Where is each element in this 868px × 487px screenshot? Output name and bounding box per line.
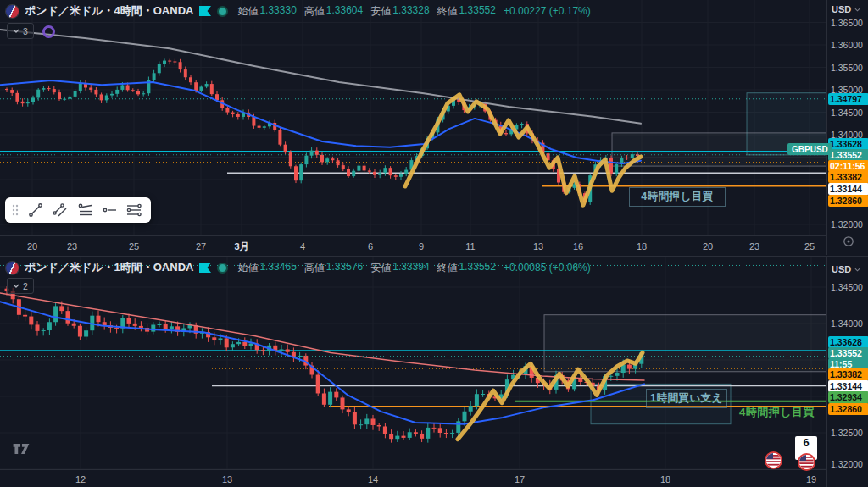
currency-selector-1h[interactable]: USD [832,264,860,274]
time-axis-label: 20 [27,241,37,252]
time-axis-label: 20 [703,241,713,252]
high-value: 1.33604 [326,4,363,19]
gbpusd-pair-icon [6,262,19,274]
currency-label: USD [832,264,851,274]
time-axis-label: 18 [660,474,670,484]
close-label: 終値 [437,4,458,19]
time-axis-label: 3月 [234,240,248,252]
high-label: 高値 [304,4,325,19]
indicators-collapse-button-4h[interactable]: 3 [7,23,34,39]
chart-annotation[interactable]: 4時間押し目買 [739,405,815,420]
axis-settings-gear-icon[interactable] [843,235,854,251]
time-axis-label: 25 [804,241,815,252]
time-axis-label: 13 [222,474,232,484]
time-axis-label: 23 [67,241,77,252]
time-axis-label: 27 [196,241,206,252]
indicators-count: 2 [23,281,28,291]
high-value: 1.33576 [326,261,363,275]
time-axis-1h[interactable]: 121314171819 [0,469,826,487]
horizontal-rays-tool-icon[interactable] [123,199,145,221]
chart-legend-1h: ポンド／米ドル・1時間・OANDA 始値1.33465 高値1.33576 安値… [6,261,591,274]
currency-label: USD [832,4,851,14]
price-axis-label: 1.34500 [831,282,863,292]
price-badge: 1.33552 [828,347,868,359]
price-axis-1h[interactable]: USD 1.345001.340001.325001.320001.336281… [826,257,868,487]
price-badge: 1.34797 [828,93,868,105]
oanda-logo-icon [199,6,211,16]
price-badge: 02:11:56 [828,160,868,172]
parallel-channel-tool-icon[interactable] [49,199,71,221]
trend-line-tool-icon[interactable] [25,199,47,221]
chart-root: ポンド／米ドル・4時間・OANDA 始値1.33330 高値1.33604 安値… [0,0,868,487]
low-value: 1.33328 [392,4,429,19]
price-axis-label: 1.32000 [831,219,863,230]
price-axis-label: 1.36500 [831,18,863,28]
time-axis-label: 11 [465,241,475,252]
indicators-count: 3 [23,26,28,36]
chevron-down-icon [854,8,860,12]
horizontal-line-tool-icon[interactable] [98,199,120,221]
chart-annotation[interactable]: 1時間買い支え [646,389,727,408]
chevron-down-icon [13,284,19,288]
open-value: 1.33465 [259,261,296,275]
chart-legend-4h: ポンド／米ドル・4時間・OANDA 始値1.33330 高値1.33604 安値… [6,4,591,18]
price-axis-label: 1.35500 [831,63,863,73]
ohlc-values-1h: 始値1.33465 高値1.33576 安値1.33394 終値1.33552 … [237,261,590,275]
time-axis-label: 25 [129,241,139,252]
gbpusd-pair-icon [6,5,19,18]
economic-event-us-flag-icon[interactable] [798,453,815,471]
price-badge: 1.33628 [828,138,868,150]
change-value: +0.00085 (+0.06%) [504,262,591,274]
open-label: 始値 [237,261,258,275]
time-axis-4h[interactable]: 202325273月46911131618202325 [0,235,826,256]
time-axis-label: 4 [300,241,305,252]
low-label: 安値 [370,4,391,19]
symbol-title-4h[interactable]: ポンド／米ドル・4時間・OANDA [25,3,193,19]
market-status-icon[interactable] [217,263,228,274]
time-axis-label: 6 [368,241,373,252]
ohlc-values-4h: 始値1.33330 高値1.33604 安値1.33328 終値1.33552 … [237,4,590,19]
price-axis-4h[interactable]: USD 1.365001.360001.355001.350001.345001… [826,0,868,255]
chart-annotation[interactable]: 4時間押し目買 [629,187,726,207]
tradingview-logo[interactable] [10,442,32,459]
price-badge: 1.32860 [828,403,868,415]
toolbar-drag-handle-icon[interactable] [11,203,19,217]
price-badge: 1.32860 [828,195,868,207]
price-badge: 1.33552 [828,149,868,161]
time-axis-label: 23 [749,241,760,252]
pitchfork-tool-icon[interactable] [74,199,96,221]
price-axis-label: 1.32000 [831,459,863,469]
price-badge: 1.33144 [828,380,868,392]
price-badge: 1.33144 [828,183,868,195]
time-axis-label: 12 [75,474,86,484]
oanda-logo-icon [199,263,211,273]
pane-1h: ポンド／米ドル・1時間・OANDA 始値1.33465 高値1.33576 安値… [0,256,868,487]
close-label: 終値 [437,261,458,275]
indicator-icon[interactable] [42,25,55,38]
chart-plot-area-1h[interactable] [0,257,826,469]
close-value: 1.33552 [459,4,496,19]
price-badge: 1.33628 [828,336,868,348]
indicators-collapse-button-1h[interactable]: 2 [7,278,34,294]
open-value: 1.33330 [259,4,296,19]
change-value: +0.00227 (+0.17%) [504,5,591,17]
time-axis-label: 16 [573,241,583,252]
price-axis-label: 1.34500 [831,108,863,118]
price-badge: 1.33382 [828,171,868,183]
symbol-title-1h[interactable]: ポンド／米ドル・1時間・OANDA [25,260,193,275]
time-axis-label: 19 [806,474,816,484]
price-axis-label: 1.36000 [831,40,863,50]
currency-selector-4h[interactable]: USD [832,4,860,14]
economic-event-us-flag-icon[interactable] [765,451,782,469]
time-axis-label: 18 [637,241,647,252]
chevron-down-icon [13,29,19,33]
close-value: 1.33552 [459,261,496,275]
time-axis-label: 17 [515,474,525,484]
price-axis-label: 1.32500 [831,428,863,438]
market-status-icon[interactable] [217,6,228,17]
symbol-price-badge: GBPUSD [787,143,832,155]
price-axis-label: 1.34000 [831,318,863,329]
pane-4h: ポンド／米ドル・4時間・OANDA 始値1.33330 高値1.33604 安値… [0,0,868,255]
price-badge: 1.32934 [828,391,868,403]
high-label: 高値 [304,261,325,275]
